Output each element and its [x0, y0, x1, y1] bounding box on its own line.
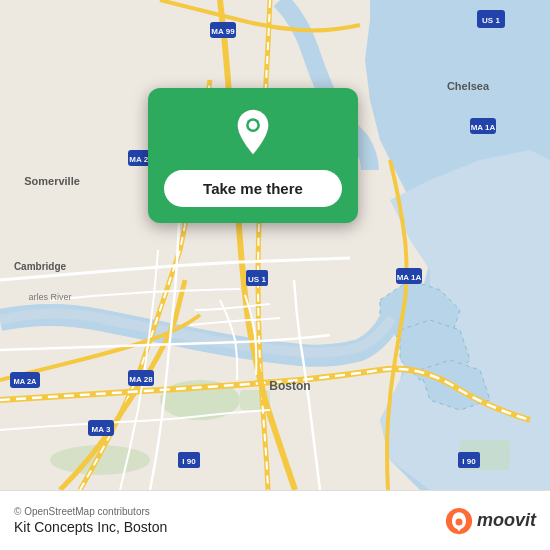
location-title: Kit Concepts Inc, Boston	[14, 519, 167, 535]
svg-text:MA 1A: MA 1A	[397, 273, 422, 282]
svg-point-38	[249, 121, 258, 130]
svg-text:arles River: arles River	[28, 292, 71, 302]
take-me-there-button[interactable]: Take me there	[164, 170, 342, 207]
svg-text:MA 99: MA 99	[211, 27, 235, 36]
location-pin-icon	[229, 108, 277, 156]
svg-text:MA 3: MA 3	[92, 425, 111, 434]
svg-text:I 90: I 90	[182, 457, 196, 466]
svg-text:US 1: US 1	[482, 16, 500, 25]
moovit-text: moovit	[477, 510, 536, 531]
moovit-icon	[445, 507, 473, 535]
svg-text:US 1: US 1	[248, 275, 266, 284]
map-container: US 1 MA 99 MA 28 MA 28 I 90 I 90 MA 3 MA…	[0, 0, 550, 490]
bottom-left: © OpenStreetMap contributors Kit Concept…	[14, 506, 167, 535]
svg-text:Cambridge: Cambridge	[14, 261, 67, 272]
svg-text:Chelsea: Chelsea	[447, 80, 490, 92]
osm-credit: © OpenStreetMap contributors	[14, 506, 167, 517]
moovit-logo[interactable]: moovit	[445, 507, 536, 535]
svg-text:MA 2A: MA 2A	[13, 377, 37, 386]
bottom-bar: © OpenStreetMap contributors Kit Concept…	[0, 490, 550, 550]
svg-text:MA 1A: MA 1A	[471, 123, 496, 132]
svg-text:MA 28: MA 28	[129, 375, 153, 384]
svg-point-40	[455, 518, 462, 525]
svg-text:Somerville: Somerville	[24, 175, 80, 187]
map-background: US 1 MA 99 MA 28 MA 28 I 90 I 90 MA 3 MA…	[0, 0, 550, 490]
popup-card: Take me there	[148, 88, 358, 223]
svg-text:I 90: I 90	[462, 457, 476, 466]
svg-text:Boston: Boston	[269, 379, 310, 393]
